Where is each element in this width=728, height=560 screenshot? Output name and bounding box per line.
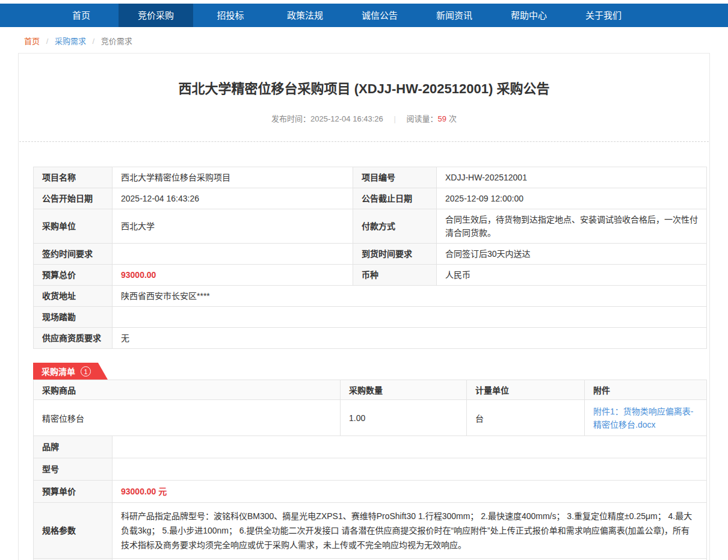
- column-header-unit: 计量单位: [467, 380, 585, 400]
- nav-item-home[interactable]: 首页: [44, 4, 119, 27]
- nav-item-help-center[interactable]: 帮助中心: [492, 4, 566, 27]
- info-value: [113, 307, 707, 328]
- purchase-list-section-header: 采购清单 1: [33, 363, 709, 380]
- table-row: 签约时间要求 到货时间要求 合同签订后30天内送达: [34, 244, 707, 265]
- detail-value: [113, 458, 707, 481]
- breadcrumb-purchase-demand-link[interactable]: 采购需求: [55, 37, 86, 46]
- nav-item-policies[interactable]: 政策法规: [268, 4, 342, 27]
- meta-divider: |: [393, 114, 395, 123]
- info-label: 公告截止日期: [353, 188, 437, 209]
- breadcrumb-separator: /: [46, 37, 49, 46]
- table-row: 收货地址 陕西省西安市长安区****: [34, 286, 707, 307]
- product-name: 精密位移台: [34, 400, 341, 436]
- detail-label: 品牌: [34, 436, 113, 458]
- article-meta: 发布时间：2025-12-04 16:43:26 | 阅读量：59次: [19, 112, 709, 124]
- purchase-list-label: 采购清单: [42, 365, 75, 377]
- column-header-product: 采购商品: [34, 380, 341, 400]
- info-value: 人民币: [437, 265, 707, 286]
- nav-item-news[interactable]: 新闻资讯: [417, 4, 492, 27]
- purchase-items-table: 采购商品 采购数量 计量单位 附件 精密位移台 1.00 台 附件1：货物类响应…: [33, 380, 707, 436]
- table-row: 采购单位 西北大学 付款方式 合同生效后，待货物到达指定地点、安装调试验收合格后…: [34, 209, 707, 244]
- detail-value: [113, 436, 707, 458]
- spec-parameters-value: 科研产品指定品牌型号：波铭科仪BM300、摘星光电ZXPS1、赛维特ProShi…: [113, 503, 707, 559]
- nav-item-about-us[interactable]: 关于我们: [566, 4, 641, 27]
- nav-item-integrity-notice[interactable]: 诚信公告: [342, 4, 417, 27]
- info-label: 项目编号: [353, 167, 437, 188]
- info-value: 2025-12-04 16:43:26: [113, 188, 353, 209]
- breadcrumb-separator: /: [93, 37, 95, 46]
- info-value: 合同签订后30天内送达: [437, 244, 707, 265]
- info-value: 合同生效后，待货物到达指定地点、安装调试验收合格后，一次性付清合同货款。: [437, 209, 707, 244]
- info-label: 收货地址: [34, 286, 113, 307]
- detail-label: 型号: [34, 458, 113, 481]
- project-info-table: 项目名称 西北大学精密位移台采购项目 项目编号 XDJJ-HW-20251200…: [33, 167, 707, 349]
- table-header-row: 采购商品 采购数量 计量单位 附件: [34, 380, 707, 400]
- info-label: 采购单位: [34, 209, 113, 244]
- info-value: 无: [113, 328, 707, 349]
- column-header-quantity: 采购数量: [341, 380, 467, 400]
- table-row: 型号: [34, 458, 707, 481]
- product-quantity: 1.00: [341, 400, 467, 436]
- breadcrumb: 首页 / 采购需求 / 竞价需求: [0, 27, 728, 53]
- breadcrumb-home-link[interactable]: 首页: [24, 37, 40, 46]
- table-row: 规格参数 科研产品指定品牌型号：波铭科仪BM300、摘星光电ZXPS1、赛维特P…: [34, 503, 707, 559]
- publish-time-label: 发布时间：: [271, 114, 310, 123]
- page-title: 西北大学精密位移台采购项目 (XDJJ-HW-202512001) 采购公告: [19, 81, 709, 97]
- publish-time-value: 2025-12-04 16:43:26: [310, 114, 383, 123]
- product-unit: 台: [467, 400, 585, 436]
- info-value: [113, 244, 353, 265]
- info-label: 供应商资质要求: [34, 328, 113, 349]
- views-unit: 次: [449, 114, 457, 123]
- views-label: 阅读量：: [406, 114, 437, 123]
- budget-total-value: 93000.00: [113, 265, 353, 286]
- purchase-list-ribbon: 采购清单 1: [33, 363, 108, 380]
- info-label: 项目名称: [34, 167, 113, 188]
- attachment-link[interactable]: 附件1：货物类响应偏离表-精密位移台.docx: [593, 407, 693, 429]
- info-label: 公告开始日期: [34, 188, 113, 209]
- info-label: 付款方式: [353, 209, 437, 244]
- column-header-attachment: 附件: [585, 380, 707, 400]
- info-label: 预算总价: [34, 265, 113, 286]
- info-value: 陕西省西安市长安区****: [113, 286, 707, 307]
- nav-item-bidding-purchase[interactable]: 竞价采购: [119, 4, 193, 27]
- info-value: 2025-12-09 12:00:00: [437, 188, 707, 209]
- table-row: 现场踏勘: [34, 307, 707, 328]
- table-row: 公告开始日期 2025-12-04 16:43:26 公告截止日期 2025-1…: [34, 188, 707, 209]
- info-value: 西北大学: [113, 209, 353, 244]
- product-detail-table: 品牌 型号 预算单价 93000.00 元 规格参数 科研产品指定品牌型号：波铭…: [33, 435, 707, 560]
- main-nav: 首页 竞价采购 招投标 政策法规 诚信公告 新闻资讯 帮助中心 关于我们: [0, 4, 728, 27]
- info-label: 币种: [353, 265, 437, 286]
- table-row: 精密位移台 1.00 台 附件1：货物类响应偏离表-精密位移台.docx: [34, 400, 707, 436]
- table-row: 项目名称 西北大学精密位移台采购项目 项目编号 XDJJ-HW-20251200…: [34, 167, 707, 188]
- info-label: 到货时间要求: [353, 244, 437, 265]
- table-row: 供应商资质要求 无: [34, 328, 707, 349]
- table-row: 预算总价 93000.00 币种 人民币: [34, 265, 707, 286]
- info-value: 西北大学精密位移台采购项目: [113, 167, 353, 188]
- detail-label: 规格参数: [34, 503, 113, 559]
- announcement-card: 西北大学精密位移台采购项目 (XDJJ-HW-202512001) 采购公告 发…: [18, 53, 710, 560]
- table-row: 品牌: [34, 436, 707, 458]
- info-label: 签约时间要求: [34, 244, 113, 265]
- table-row: 预算单价 93000.00 元: [34, 481, 707, 503]
- detail-label: 预算单价: [34, 481, 113, 503]
- purchase-list-count-badge: 1: [81, 366, 91, 377]
- budget-unit-price-value: 93000.00 元: [113, 481, 707, 503]
- views-count: 59: [437, 114, 446, 123]
- info-label: 现场踏勘: [34, 307, 113, 328]
- dashed-divider: [19, 141, 709, 142]
- info-value: XDJJ-HW-202512001: [437, 167, 707, 188]
- breadcrumb-current: 竞价需求: [101, 37, 132, 46]
- nav-item-tenders[interactable]: 招投标: [193, 4, 268, 27]
